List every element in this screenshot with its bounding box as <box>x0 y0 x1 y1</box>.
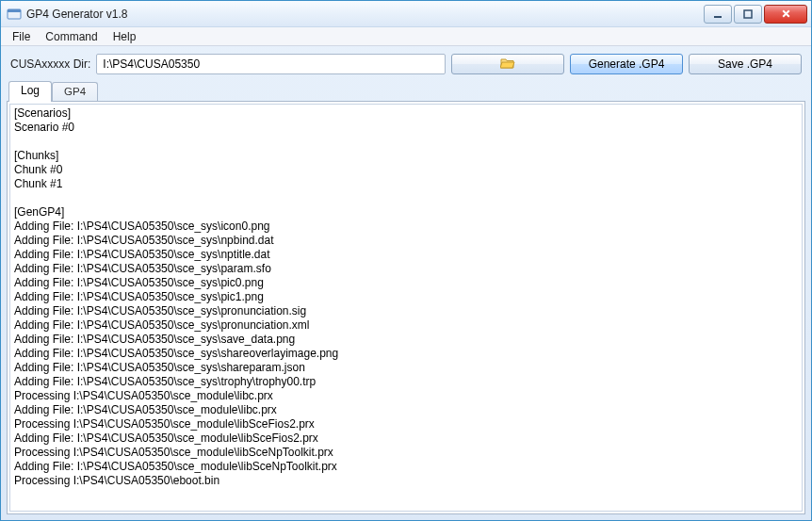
dir-label: CUSAxxxxx Dir: <box>10 57 90 71</box>
dir-input[interactable] <box>96 54 446 74</box>
browse-button[interactable] <box>451 54 564 74</box>
app-icon <box>7 7 22 22</box>
folder-open-icon <box>500 57 515 73</box>
svg-rect-2 <box>714 16 722 18</box>
minimize-button[interactable] <box>704 5 732 24</box>
window-title: GP4 Generator v1.8 <box>26 8 702 21</box>
menubar: File Command Help <box>1 27 811 46</box>
svg-rect-1 <box>8 9 21 12</box>
toolbar: CUSAxxxxx Dir: Generate .GP4 Save .GP4 <box>1 46 811 80</box>
tab-gp4[interactable]: GP4 <box>52 82 98 103</box>
titlebar[interactable]: GP4 Generator v1.8 <box>1 1 811 27</box>
tab-strip: Log GP4 <box>7 80 805 101</box>
menu-file[interactable]: File <box>5 28 38 45</box>
log-output[interactable]: [Scenarios] Scenario #0 [Chunks] Chunk #… <box>9 104 803 512</box>
tabs-area: Log GP4 [Scenarios] Scenario #0 [Chunks]… <box>7 80 805 514</box>
app-window: GP4 Generator v1.8 File Command Help CUS… <box>0 0 812 521</box>
menu-help[interactable]: Help <box>106 28 144 45</box>
maximize-button[interactable] <box>734 5 762 24</box>
save-button[interactable]: Save .GP4 <box>689 54 802 74</box>
menu-command[interactable]: Command <box>38 28 105 45</box>
svg-rect-3 <box>744 10 752 18</box>
tab-log[interactable]: Log <box>8 81 52 102</box>
tab-content: [Scenarios] Scenario #0 [Chunks] Chunk #… <box>7 101 805 514</box>
window-controls <box>702 5 807 24</box>
close-button[interactable] <box>764 5 807 24</box>
generate-button[interactable]: Generate .GP4 <box>570 54 683 74</box>
